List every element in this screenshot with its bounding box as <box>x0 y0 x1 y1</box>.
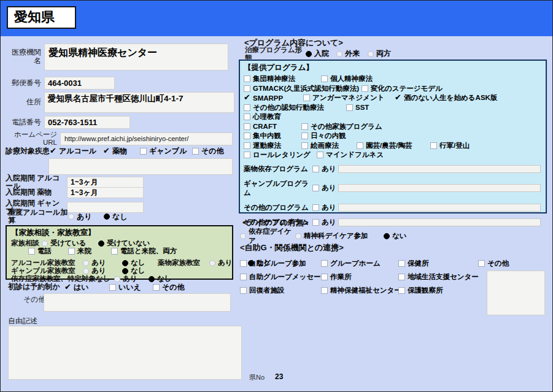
pref-no-value: 23 <box>275 372 283 381</box>
option-label: 変化のステージモデル <box>371 84 443 93</box>
program-checkbox-item[interactable]: 行軍/登山 <box>430 141 470 150</box>
radio-icon <box>149 276 155 282</box>
disease-option-other[interactable]: その他 <box>192 146 224 156</box>
collab-item-healthcenter[interactable]: 保健所 <box>398 259 429 268</box>
option-label: 精神保健福祉センター <box>330 286 401 295</box>
collab-item-community-support[interactable]: 地域生活支援センター <box>398 272 479 282</box>
program-checkbox-item[interactable]: 運動療法 <box>244 141 301 150</box>
option-label: 集中内観 <box>253 131 281 140</box>
drug-program-input[interactable] <box>338 165 541 173</box>
checkbox-icon <box>301 133 308 139</box>
program-checkbox-item[interactable]: その他家族プログラム <box>301 122 382 131</box>
other-program-ari-2[interactable]: あり <box>312 218 338 227</box>
other-value <box>44 294 230 296</box>
collab-item-workshop[interactable]: 作業所 <box>321 272 352 282</box>
first-visit-other[interactable]: その他 <box>153 282 185 293</box>
form-option-both[interactable]: 両方 <box>368 48 391 59</box>
collab-item-other[interactable]: その他 <box>478 259 509 268</box>
option-label: 絵画療法 <box>311 141 339 150</box>
program-checkbox-item[interactable]: マインドフルネス <box>317 150 384 159</box>
first-visit-no[interactable]: いいえ <box>109 282 153 293</box>
first-visit-yes[interactable]: はい <box>64 282 109 293</box>
program-checkbox-item[interactable]: 集中内観 <box>244 131 301 140</box>
collab-item-selfhelp-message[interactable]: 自助グループメッセージ <box>240 272 328 282</box>
mode-option-both[interactable]: 電話と来院、両方 <box>111 247 177 256</box>
disease-label: 診療対象疾患 <box>6 147 50 155</box>
option-label: はい <box>74 282 89 293</box>
option-label: 集団精神療法 <box>253 74 295 83</box>
checkbox-icon <box>244 85 250 92</box>
program-checkbox-item[interactable]: 酒のない人生を始めるASK版 <box>395 93 497 102</box>
program-checkbox-item[interactable]: 集団精神療法 <box>244 74 321 83</box>
program-checkbox-item[interactable]: GTMACK(久里浜式認知行動療法) <box>244 84 362 93</box>
program-checkbox-item[interactable]: ロールレタリング <box>244 150 317 159</box>
other-program-label-1: その他のプログラム <box>244 203 312 212</box>
other-program-input-1[interactable] <box>338 204 541 212</box>
other-input[interactable] <box>44 293 231 312</box>
program-checkbox-item[interactable]: 日々の内観 <box>301 131 346 140</box>
collab-item-recovery-facility[interactable]: 回復者施設 <box>240 286 285 295</box>
collab-item-selfhelp-join[interactable]: 自助グループ参加 <box>240 259 306 268</box>
gambling-program-line: ギャンブルプログラム あり <box>244 179 542 198</box>
daycare-option-none[interactable]: ない <box>384 231 407 240</box>
phone-input[interactable]: 052-763-1511 <box>44 116 130 129</box>
other-program-ari-1[interactable]: あり <box>312 203 338 212</box>
mode-option-visit[interactable]: 来院 <box>68 247 111 256</box>
address-input[interactable]: 愛知県名古屋市千種区徳川山町4-1-7 <box>44 92 234 113</box>
other-label: その他 <box>23 296 46 304</box>
option-label: あり <box>218 258 233 267</box>
gambling-program-input[interactable] <box>338 184 541 192</box>
program-checkbox-item[interactable]: SMARPP <box>244 94 303 102</box>
address-row: 住所 愛知県名古屋市千種区徳川山町4-1-7 <box>6 92 234 113</box>
form-option-inpatient[interactable]: 入院 <box>306 48 336 59</box>
program-checkbox-item[interactable]: 個人精神療法 <box>321 74 373 83</box>
checkbox-icon <box>109 284 116 291</box>
checkbox-icon <box>317 152 323 158</box>
program-checkbox-item[interactable]: SST <box>346 104 369 111</box>
program-checkbox-item[interactable]: その他の認知行動療法 <box>244 103 346 112</box>
gambling-program-ari[interactable]: あり <box>312 183 338 193</box>
program-row: 集中内観 日々の内観 <box>244 131 542 141</box>
collab-section-title: <自助G・関係機関との連携> <box>240 244 344 252</box>
daycare-option-dependency[interactable]: 依存症デイケア <box>240 227 295 245</box>
stay-alcohol-input[interactable]: 1~3ヶ月 <box>67 177 144 188</box>
alcohol-class-label: アルコール家族教室 <box>11 259 83 267</box>
url-input[interactable]: http://www.pref.aichi.jp/seishiniryo-cen… <box>60 133 233 145</box>
program-checkbox-item[interactable]: アンガーマネジメント <box>303 93 395 102</box>
severe-option-yes[interactable]: あり <box>68 212 104 222</box>
collab-item-mental-welfare-center[interactable]: 精神保健福祉センター <box>321 286 401 295</box>
drug-program-ari[interactable]: あり <box>312 164 338 174</box>
disease-option-alcohol[interactable]: アルコール <box>50 146 103 156</box>
severe-option-no[interactable]: なし <box>104 212 128 222</box>
program-checkbox-item[interactable]: CRAFT <box>244 123 301 130</box>
option-label: その他の認知行動療法 <box>253 103 324 112</box>
option-label: 自助グループ参加 <box>249 259 306 268</box>
disease-option-drug[interactable]: 薬物 <box>103 146 140 156</box>
mode-option-phone[interactable]: 電話 <box>28 247 68 256</box>
daycare-option-psychiatric[interactable]: 精神科デイケア参加 <box>295 231 384 240</box>
stay-drug-input[interactable]: 1~3ヶ月 <box>67 187 144 198</box>
family-consultation-box: 【家族相談・家族教室】 家族相談 受けている 受けていない 電話 来院 <box>6 225 233 280</box>
disease-option-gambling[interactable]: ギャンブル <box>140 146 192 156</box>
form-option-outpatient[interactable]: 外来 <box>336 48 368 59</box>
option-label: あり <box>322 164 336 174</box>
collab-other-input[interactable] <box>487 271 545 315</box>
provided-programs-box: 【提供プログラム】 集団精神療法 個人精神療法 GTMACK(久里浜式認知行動療… <box>239 60 547 213</box>
postal-code-input[interactable]: 464-0031 <box>44 77 115 90</box>
collab-item-grouphome[interactable]: グループホーム <box>321 259 381 268</box>
program-checkbox-item[interactable]: 園芸/農芸/陶芸 <box>357 141 430 150</box>
radio-icon <box>68 213 74 220</box>
program-checkbox-item[interactable]: 絵画療法 <box>301 141 357 150</box>
collab-item-probation-office[interactable]: 保護観察所 <box>398 286 443 295</box>
disease-note-input[interactable] <box>48 158 233 175</box>
address-label: 住所 <box>6 98 41 107</box>
phone-row: 電話番号 052-763-1511 <box>6 116 130 129</box>
institution-name-input[interactable]: 愛知県精神医療センター <box>44 44 228 71</box>
gambling-class-label: ギャンブル家族教室 <box>11 267 83 275</box>
free-text-input[interactable] <box>8 326 242 380</box>
program-checkbox-item[interactable]: 変化のステージモデル <box>362 84 443 93</box>
option-label: 依存症デイケア <box>249 227 295 245</box>
program-checkbox-item[interactable]: 心理教育 <box>244 112 281 121</box>
option-label: ない <box>392 231 407 240</box>
other-program-input-2[interactable] <box>338 218 541 226</box>
